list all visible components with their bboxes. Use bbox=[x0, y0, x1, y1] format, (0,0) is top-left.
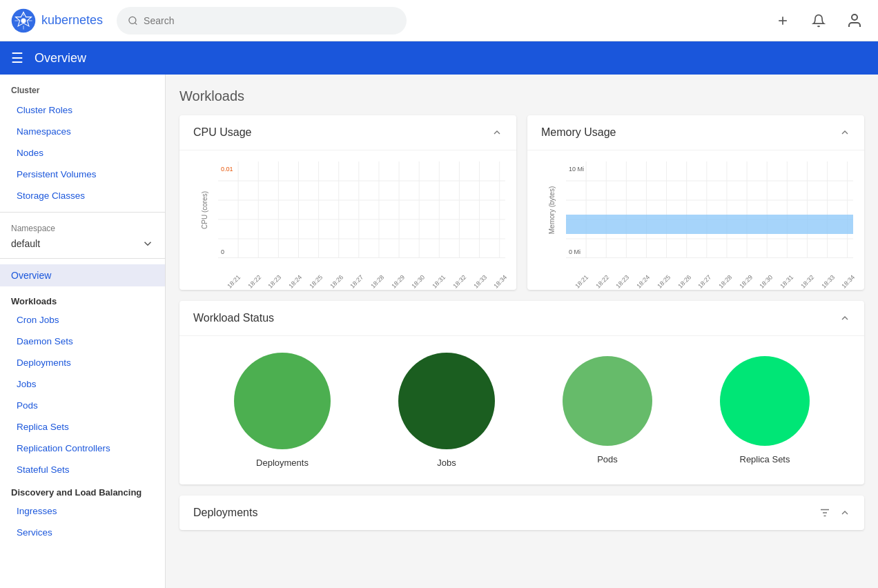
main-content: Workloads CPU Usage CPU (cores) bbox=[166, 75, 878, 588]
navbar: kubernetes bbox=[0, 0, 878, 41]
cpu-y-label: CPU (cores) bbox=[191, 161, 218, 258]
sidebar-item-cluster-roles[interactable]: Cluster Roles bbox=[0, 99, 165, 121]
deployments-filter-icon[interactable] bbox=[819, 507, 831, 519]
cpu-chart-area: 0.01 0 bbox=[218, 161, 505, 258]
jobs-circle bbox=[398, 353, 495, 449]
charts-row: CPU Usage CPU (cores) bbox=[179, 115, 864, 290]
sidebar-item-deployments-nav[interactable]: Deployments bbox=[0, 352, 165, 373]
sidebar-item-cron-jobs[interactable]: Cron Jobs bbox=[0, 309, 165, 331]
plus-icon bbox=[776, 14, 790, 28]
memory-chart-area: 10 Mi 0 Mi bbox=[566, 161, 853, 258]
deployments-card-header: Deployments bbox=[179, 496, 864, 530]
pods-circle-item: Pods bbox=[563, 356, 652, 464]
memory-chart-svg: 10 Mi 0 Mi bbox=[566, 161, 853, 258]
pods-circle-label: Pods bbox=[597, 454, 618, 464]
brand: kubernetes bbox=[11, 8, 103, 33]
memory-card-title: Memory Usage bbox=[541, 126, 616, 139]
sidebar-item-persistent-volumes[interactable]: Persistent Volumes bbox=[0, 164, 165, 185]
sidebar-item-services[interactable]: Services bbox=[0, 522, 165, 543]
svg-text:0: 0 bbox=[221, 248, 224, 255]
sidebar-divider-1 bbox=[0, 212, 165, 213]
cpu-collapse-icon[interactable] bbox=[491, 127, 503, 138]
hamburger-icon[interactable]: ☰ bbox=[11, 50, 23, 66]
svg-point-7 bbox=[129, 17, 136, 23]
sidebar-item-replication-controllers[interactable]: Replication Controllers bbox=[0, 438, 165, 459]
namespace-selector[interactable]: default bbox=[0, 235, 165, 253]
replica-sets-circle-label: Replica Sets bbox=[740, 454, 790, 464]
cpu-card-body: CPU (cores) bbox=[179, 150, 516, 290]
sidebar-item-storage-classes[interactable]: Storage Classes bbox=[0, 185, 165, 206]
replica-sets-circle-item: Replica Sets bbox=[720, 356, 810, 464]
jobs-circle-item: Jobs bbox=[398, 353, 495, 468]
workload-circles: Deployments Jobs Pods Replica Sets bbox=[179, 336, 864, 484]
namespace-label: Namespace bbox=[0, 218, 165, 235]
cpu-card-title: CPU Usage bbox=[193, 126, 251, 139]
search-input[interactable] bbox=[144, 15, 396, 26]
deployments-card-actions bbox=[819, 507, 850, 519]
chevron-down-icon bbox=[142, 237, 154, 250]
replica-sets-circle bbox=[720, 356, 810, 446]
svg-rect-51 bbox=[566, 215, 853, 234]
discovery-section-title: Discovery and Load Balancing bbox=[0, 480, 165, 500]
memory-x-labels: 18:21 18:22 18:23 18:24 18:25 18:26 18:2… bbox=[566, 258, 853, 279]
cpu-card: CPU Usage CPU (cores) bbox=[179, 115, 516, 290]
workload-status-card: Workload Status Deployments Jobs Pods bbox=[179, 301, 864, 484]
workload-status-title: Workload Status bbox=[193, 312, 274, 324]
sidebar-item-pods[interactable]: Pods bbox=[0, 395, 165, 416]
user-avatar[interactable] bbox=[842, 8, 867, 33]
deployments-circle-label: Deployments bbox=[256, 458, 309, 468]
avatar-icon bbox=[846, 12, 863, 29]
memory-card: Memory Usage Memory (bytes) bbox=[527, 115, 864, 290]
workload-status-header: Workload Status bbox=[179, 301, 864, 336]
cpu-card-header: CPU Usage bbox=[179, 115, 516, 150]
deployments-circle-item: Deployments bbox=[234, 353, 331, 468]
search-bar[interactable] bbox=[117, 7, 407, 35]
svg-text:0 Mi: 0 Mi bbox=[569, 248, 581, 255]
workloads-section-title: Workloads bbox=[0, 289, 165, 309]
sidebar-item-namespaces[interactable]: Namespaces bbox=[0, 121, 165, 142]
memory-collapse-icon[interactable] bbox=[839, 127, 850, 138]
notifications-button[interactable] bbox=[806, 8, 831, 33]
add-button[interactable] bbox=[770, 8, 795, 33]
workloads-heading: Workloads bbox=[179, 88, 864, 104]
cpu-x-labels: 18:21 18:22 18:23 18:24 18:25 18:26 18:2… bbox=[218, 258, 505, 279]
sidebar-item-nodes[interactable]: Nodes bbox=[0, 142, 165, 164]
memory-card-body: Memory (bytes) bbox=[527, 150, 864, 290]
deployments-collapse-icon[interactable] bbox=[839, 507, 850, 518]
workload-status-collapse-icon[interactable] bbox=[839, 313, 850, 324]
navbar-actions bbox=[770, 8, 867, 33]
deployments-circle bbox=[234, 353, 331, 449]
memory-chart: Memory (bytes) bbox=[538, 161, 853, 279]
memory-y-label: Memory (bytes) bbox=[538, 161, 566, 258]
svg-text:10 Mi: 10 Mi bbox=[569, 166, 584, 173]
sidebar-divider-2 bbox=[0, 258, 165, 259]
brand-name: kubernetes bbox=[41, 13, 103, 28]
deployments-card: Deployments bbox=[179, 496, 864, 530]
svg-text:0.01: 0.01 bbox=[221, 166, 233, 173]
cluster-section-title: Cluster bbox=[0, 75, 165, 99]
page-title: Overview bbox=[35, 51, 86, 66]
jobs-circle-label: Jobs bbox=[437, 458, 456, 468]
k8s-logo bbox=[11, 8, 36, 33]
sidebar: Cluster Cluster Roles Namespaces Nodes P… bbox=[0, 75, 166, 588]
cpu-chart-svg: 0.01 0 bbox=[218, 161, 505, 258]
page-header: ☰ Overview bbox=[0, 41, 878, 75]
sidebar-item-daemon-sets[interactable]: Daemon Sets bbox=[0, 331, 165, 352]
pods-circle bbox=[563, 356, 652, 446]
svg-point-2 bbox=[21, 18, 26, 23]
deployments-card-title: Deployments bbox=[193, 507, 257, 519]
bell-icon bbox=[812, 14, 826, 28]
namespace-value: default bbox=[11, 238, 139, 249]
svg-point-10 bbox=[852, 14, 857, 20]
app-body: Cluster Cluster Roles Namespaces Nodes P… bbox=[0, 75, 878, 588]
sidebar-item-stateful-sets[interactable]: Stateful Sets bbox=[0, 459, 165, 480]
sidebar-item-ingresses[interactable]: Ingresses bbox=[0, 500, 165, 522]
sidebar-item-replica-sets[interactable]: Replica Sets bbox=[0, 416, 165, 438]
cpu-chart: CPU (cores) bbox=[191, 161, 505, 279]
sidebar-item-overview[interactable]: Overview bbox=[0, 264, 165, 286]
sidebar-item-jobs[interactable]: Jobs bbox=[0, 373, 165, 395]
memory-card-header: Memory Usage bbox=[527, 115, 864, 150]
search-icon bbox=[128, 15, 138, 26]
